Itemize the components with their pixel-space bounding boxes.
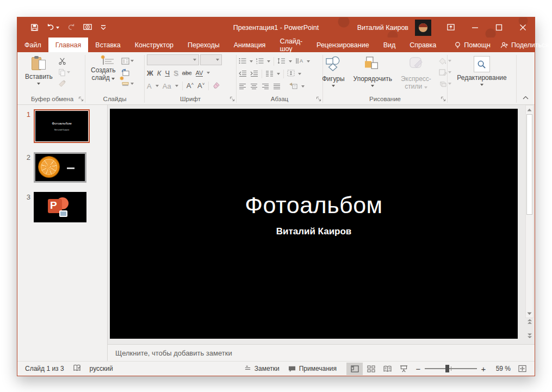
bold-button[interactable]: Ж [147,69,153,77]
redo-button[interactable] [67,23,76,32]
format-painter-button[interactable] [58,79,70,88]
layout-caret-icon[interactable] [131,60,134,62]
previous-slide-button[interactable] [527,317,532,327]
spellcheck-button[interactable] [73,364,81,374]
change-case-button[interactable]: Аа [163,82,171,90]
section-button[interactable]: ✹ [121,79,134,88]
align-left-button[interactable] [239,82,246,91]
close-button[interactable] [511,17,535,38]
language-indicator[interactable]: русский [90,365,113,372]
undo-button[interactable] [46,23,59,32]
ribbon-display-options-button[interactable] [439,17,463,38]
tab-file[interactable]: Файл [17,38,48,52]
scrollbar-thumb[interactable] [526,114,532,215]
notes-pane[interactable]: Щелкните, чтобы добавить заметки [108,344,535,361]
slide-title[interactable]: Фотоальбом [110,192,518,219]
tab-design[interactable]: Конструктор [128,38,181,52]
save-icon[interactable] [30,23,39,32]
columns-button[interactable] [265,69,274,79]
shapes-button[interactable]: Фигуры [319,54,348,87]
user-name[interactable]: Виталий Каиров [357,24,408,32]
line-spacing-caret-icon[interactable] [289,60,292,63]
clipboard-dialog-launcher[interactable] [78,96,84,103]
italic-button[interactable]: К [157,69,162,77]
shrink-font-button[interactable]: А˅ [197,82,204,90]
line-spacing-button[interactable] [277,57,286,66]
tab-review[interactable]: Рецензирование [309,38,376,52]
vertical-scrollbar[interactable] [525,105,534,318]
character-spacing-button[interactable]: AV [196,70,203,77]
align-text-button[interactable] [287,69,295,79]
tab-help[interactable]: Справка [402,38,443,52]
text-shadow-button[interactable]: S [173,69,178,77]
slide-1-selection-frame[interactable]: Фотоальбом Виталий Каиров [34,109,90,143]
zoom-slider-handle[interactable] [445,365,449,372]
maximize-button[interactable] [487,17,511,38]
slide-subtitle[interactable]: Виталий Каиров [110,226,518,237]
underline-button[interactable]: Ч [165,69,170,77]
slide-sorter-view-button[interactable] [363,363,379,375]
drawing-dialog-launcher[interactable] [441,96,446,103]
layout-button[interactable] [121,57,134,65]
minimize-button[interactable] [463,17,487,38]
columns-caret-icon[interactable] [277,73,280,75]
grow-font-button[interactable]: А˄ [187,82,194,90]
bullets-button[interactable] [239,57,246,66]
paste-caret-icon[interactable] [37,83,40,85]
zoom-out-button[interactable]: − [415,364,421,374]
zoom-percentage[interactable]: 59 % [490,365,511,372]
thumbnail-slide-1[interactable]: 1 Фотоальбом Виталий Каиров [23,109,107,143]
zoom-slider[interactable] [425,368,477,369]
convert-to-smartart-button[interactable] [289,82,297,91]
bullets-caret-icon[interactable] [250,60,253,63]
new-slide-button[interactable]: ✹ Создать слайд [88,54,119,82]
slide-counter[interactable]: Слайд 1 из 3 [25,365,64,372]
fit-slide-to-window-button[interactable] [514,363,530,375]
font-size-caret-icon[interactable] [216,59,219,61]
clear-formatting-button[interactable] [213,81,220,91]
quick-styles-caret-icon[interactable] [424,86,427,89]
font-dialog-launcher[interactable] [230,96,235,103]
arrange-button[interactable]: Упорядочить [350,54,395,87]
numbering-button[interactable] [256,57,264,66]
font-name-combobox[interactable] [147,54,199,65]
numbering-caret-icon[interactable] [267,60,270,63]
customize-qat-chevron-icon[interactable] [100,25,107,30]
paste-button[interactable]: Вставить [22,54,56,85]
normal-view-button[interactable] [346,363,363,375]
notes-toggle-button[interactable]: Заметки [240,365,284,372]
start-from-beginning-icon[interactable] [83,23,92,32]
share-button[interactable]: Поделиться [497,41,552,49]
thumbnail-slide-3[interactable]: 3 P [23,192,107,222]
shapes-caret-icon[interactable] [332,85,335,87]
cut-button[interactable] [58,57,70,65]
tab-view[interactable]: Вид [376,38,403,52]
scroll-down-arrow-icon[interactable] [526,309,533,318]
tab-animations[interactable]: Анимация [227,38,273,52]
current-slide[interactable]: Фотоальбом Виталий Каиров [110,109,518,339]
tab-home[interactable]: Главная [48,38,89,52]
notes-placeholder[interactable]: Щелкните, чтобы добавить заметки [115,349,232,357]
align-text-caret-icon[interactable] [298,73,301,75]
editing-caret-icon[interactable] [480,84,483,86]
thumbnail-slide-2[interactable]: 2 [23,152,107,183]
reading-view-button[interactable] [379,363,395,375]
assistant-button[interactable]: Помощн [451,41,494,49]
align-center-button[interactable] [250,82,258,91]
strikethrough-button[interactable]: abc [182,70,192,76]
collapse-ribbon-button[interactable] [522,92,529,102]
font-size-combobox[interactable] [200,54,222,65]
font-color-button[interactable]: А [147,82,152,90]
editing-button[interactable]: Редактирование [454,54,510,86]
font-name-caret-icon[interactable] [193,59,196,61]
paragraph-dialog-launcher[interactable] [316,96,321,103]
quick-styles-button[interactable]: Экспресс-стили [398,54,435,90]
text-direction-button[interactable]: А [295,57,303,66]
font-color-caret-icon[interactable] [156,85,159,87]
user-avatar[interactable] [415,20,431,36]
slideshow-view-button[interactable] [395,363,412,375]
tab-insert[interactable]: Вставка [88,38,127,52]
new-slide-caret-icon[interactable] [111,78,115,80]
undo-caret-icon[interactable] [56,27,59,29]
next-slide-button[interactable] [527,331,532,341]
